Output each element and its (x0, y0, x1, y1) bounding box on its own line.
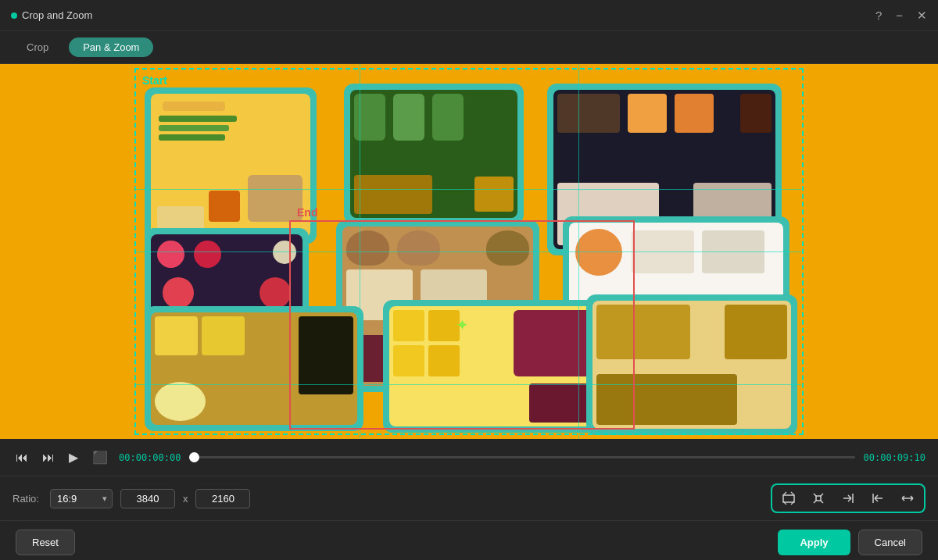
stop-button[interactable]: ⬛ (89, 447, 111, 468)
tab-crop[interactable]: Crop (13, 37, 63, 57)
help-icon[interactable]: ? (875, 9, 882, 22)
align-buttons-group (771, 483, 925, 513)
tab-pan-zoom[interactable]: Pan & Zoom (69, 37, 153, 57)
crosshair-h3 (134, 384, 801, 385)
cancel-button[interactable]: Cancel (858, 530, 922, 555)
step-back-button[interactable]: ⏮ (13, 448, 31, 468)
preview-area: Start End ✦ (0, 64, 938, 439)
time-end: 00:00:09:10 (863, 452, 925, 463)
tab-bar: Crop Pan & Zoom (0, 31, 938, 64)
close-icon[interactable]: ✕ (917, 9, 927, 23)
crosshair-v2 (578, 64, 579, 439)
title-bar-left: Crop and Zoom (11, 9, 92, 21)
timeline-track[interactable] (189, 456, 855, 458)
align-end-button[interactable] (835, 488, 861, 508)
reset-button[interactable]: Reset (16, 530, 75, 555)
ratio-label: Ratio: (13, 493, 39, 505)
play-button[interactable]: ▶ (66, 447, 81, 468)
flip-button[interactable] (894, 488, 921, 508)
svg-rect-0 (783, 495, 794, 502)
timeline-row: ⏮ ⏭ ▶ ⬛ 00:00:00:00 00:00:09:10 (0, 439, 938, 476)
timeline-scrubber[interactable] (189, 452, 199, 462)
width-input[interactable] (120, 489, 175, 508)
title-dot (11, 12, 17, 19)
minimize-icon[interactable]: − (896, 9, 903, 22)
ratio-select[interactable]: 16:9 4:3 1:1 9:16 Custom (50, 489, 113, 508)
fit-to-frame-button[interactable] (775, 488, 802, 508)
title-bar-right: ? − ✕ (875, 9, 927, 23)
crosshair-h1 (134, 189, 801, 190)
expand-button[interactable] (805, 488, 832, 508)
crosshair-h2 (134, 251, 801, 252)
apply-button[interactable]: Apply (778, 530, 850, 555)
ratio-select-wrapper: 16:9 4:3 1:1 9:16 Custom (50, 489, 113, 508)
action-row: Reset Apply Cancel (0, 520, 938, 560)
frame-back-button[interactable]: ⏭ (39, 448, 58, 468)
action-right: Apply Cancel (778, 530, 922, 555)
settings-row: Ratio: 16:9 4:3 1:1 9:16 Custom x (0, 476, 938, 520)
time-current: 00:00:00:00 (119, 452, 181, 463)
height-input[interactable] (195, 489, 250, 508)
align-start-button[interactable] (865, 488, 891, 508)
window-title: Crop and Zoom (22, 9, 92, 21)
crosshair-v1 (360, 64, 360, 439)
controls-area: ⏮ ⏭ ▶ ⬛ 00:00:00:00 00:00:09:10 Ratio: 1… (0, 439, 938, 560)
title-bar: Crop and Zoom ? − ✕ (0, 0, 938, 31)
dimension-separator: x (183, 493, 188, 505)
